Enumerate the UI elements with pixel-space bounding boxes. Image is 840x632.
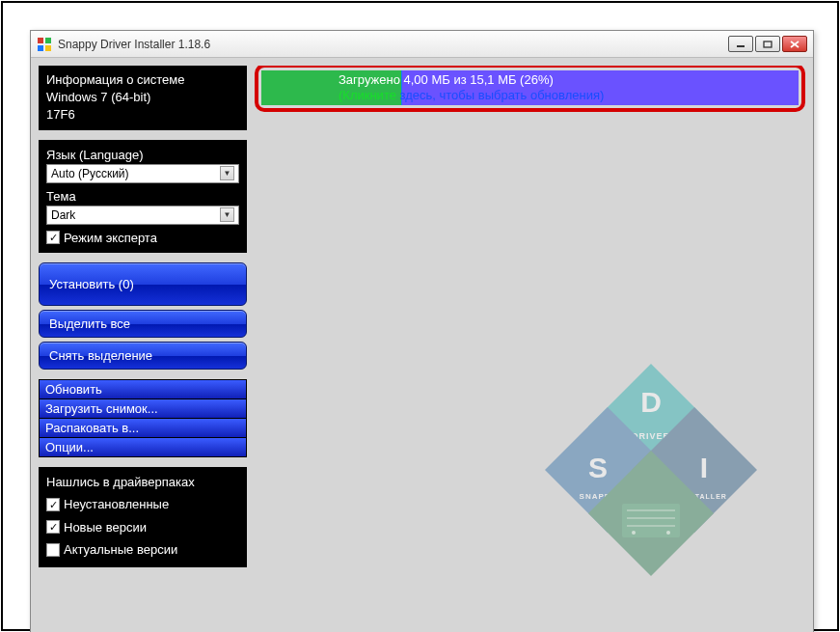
download-snapshot-button[interactable]: Загрузить снимок... (39, 399, 247, 419)
language-value: Auto (Русский) (51, 167, 129, 180)
install-button[interactable]: Установить (0) (39, 262, 247, 306)
filter-new-versions-checkbox[interactable]: ✓ (46, 520, 60, 534)
deselect-button[interactable]: Снять выделение (39, 342, 247, 370)
select-all-button[interactable]: Выделить все (39, 310, 247, 338)
svg-point-22 (632, 531, 636, 535)
progress-hint: (Кликните здесь, чтобы выбрать обновлени… (339, 88, 604, 103)
svg-text:I: I (700, 452, 708, 483)
sysinfo-os: Windows 7 (64-bit) (46, 89, 239, 106)
close-button[interactable] (782, 36, 807, 52)
sysinfo-code: 17F6 (46, 106, 239, 124)
theme-value: Dark (51, 208, 75, 222)
expert-mode-label: Режим эксперта (64, 231, 157, 245)
expert-mode-row[interactable]: ✓ Режим эксперта (46, 229, 239, 247)
sysinfo-title: Информация о системе (46, 71, 239, 89)
expert-mode-checkbox[interactable]: ✓ (46, 231, 60, 244)
filter-current-versions[interactable]: Актуальные версии (46, 538, 239, 562)
operations-group: Обновить Загрузить снимок... Распаковать… (39, 379, 247, 457)
main-area: Загружено 4,00 МБ из 15,1 МБ (26%) (Клик… (255, 66, 805, 624)
chevron-down-icon: ▼ (220, 207, 234, 222)
filter-new-versions[interactable]: ✓ Новые версии (46, 516, 239, 539)
settings-panel: Язык (Language) Auto (Русский) ▼ Тема Da… (39, 140, 247, 253)
filter-not-installed-checkbox[interactable]: ✓ (46, 498, 60, 511)
svg-rect-5 (764, 41, 772, 47)
options-button[interactable]: Опции... (39, 438, 247, 457)
system-info-panel: Информация о системе Windows 7 (64-bit) … (39, 66, 247, 130)
svg-rect-0 (38, 38, 43, 43)
progress-status: Загружено 4,00 МБ из 15,1 МБ (26%) (339, 72, 604, 88)
theme-label: Тема (46, 187, 239, 206)
svg-rect-2 (38, 45, 43, 51)
minimize-button[interactable] (728, 36, 753, 52)
update-button[interactable]: Обновить (39, 379, 247, 399)
svg-point-23 (666, 531, 670, 535)
filter-panel: Нашлись в драйверпаках ✓ Неустановленные… (39, 467, 247, 567)
svg-rect-3 (45, 45, 51, 51)
svg-text:S: S (588, 452, 608, 483)
theme-select[interactable]: Dark ▼ (46, 206, 239, 225)
filter-title: Нашлись в драйверпаках (46, 473, 239, 492)
highlight-box: Загружено 4,00 МБ из 15,1 МБ (26%) (Клик… (255, 66, 805, 112)
svg-rect-1 (45, 38, 51, 43)
app-window: Snappy Driver Installer 1.18.6 Информаци… (30, 30, 814, 632)
app-icon (37, 37, 52, 52)
filter-not-installed[interactable]: ✓ Неустановленные (46, 493, 239, 516)
action-buttons: Установить (0) Выделить все Снять выделе… (39, 262, 247, 370)
maximize-button[interactable] (755, 36, 780, 52)
svg-rect-18 (622, 504, 680, 537)
language-select[interactable]: Auto (Русский) ▼ (46, 164, 239, 183)
window-title: Snappy Driver Installer 1.18.6 (58, 38, 728, 51)
download-progress[interactable]: Загружено 4,00 МБ из 15,1 МБ (26%) (Клик… (261, 70, 799, 105)
sdi-logo: D DRIVER S SNAPPY I INSTALLER (526, 344, 776, 595)
title-bar[interactable]: Snappy Driver Installer 1.18.6 (31, 31, 813, 58)
svg-text:D: D (640, 386, 662, 418)
unpack-to-button[interactable]: Распаковать в... (39, 419, 247, 438)
chevron-down-icon: ▼ (220, 166, 234, 180)
filter-current-versions-checkbox[interactable] (46, 543, 60, 557)
language-label: Язык (Language) (46, 146, 239, 164)
sidebar: Информация о системе Windows 7 (64-bit) … (39, 66, 247, 624)
